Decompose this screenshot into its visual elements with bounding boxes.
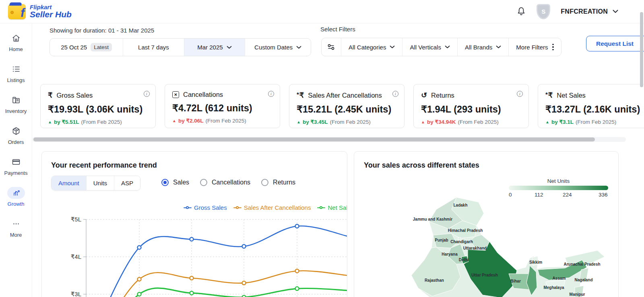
metric-card-returns[interactable]: ↺ Returns i ₹1.94L (293 units) ▲ by ₹34.… [413,84,529,128]
filter-all-brands[interactable]: All Brands [458,38,509,56]
state-label-rajasthan: Rajasthan [425,278,444,283]
metric-card-cancellations[interactable]: ✕ Cancellations i ₹4.72L (612 units) ▲ b… [165,84,280,128]
horizontal-scrollbar-track[interactable] [32,137,626,142]
state-label-delhi: Delhi [459,258,469,262]
metric-title: Returns [431,92,454,99]
return-arrow-icon: ↺ [421,91,427,100]
metric-card-net-sales[interactable]: *₹ Net Sales ₹13.27L (2.16K units) ▲ by … [538,84,644,128]
sidebar-item-payments[interactable]: Payments [2,156,31,176]
delta-up-icon: ▲ [172,119,176,123]
date-tab-last-7-days[interactable]: Last 7 days [123,39,184,56]
horizontal-scrollbar-thumb[interactable] [33,137,595,141]
metric-value: ₹4.72L (612 units) [172,102,273,114]
credit-card-icon [7,156,25,168]
radio-returns[interactable]: Returns [261,179,295,186]
chevron-down-icon [390,45,395,49]
state-label-nagaland: Nagaland [574,278,592,282]
svg-text:₹4L: ₹4L [71,253,81,260]
legend-net-sales[interactable]: Net Sales [317,204,347,211]
flipkart-wallet-icon: f [8,4,26,19]
line-chart[interactable]: ₹5L₹4L₹3L [42,215,347,297]
legend-sales-after-cancellations[interactable]: Sales After Cancellations [233,204,311,211]
state-label-manipur: Manipur [570,292,585,297]
map-legend-title: Net Units [509,178,608,184]
select-filters-label: Select Filters [320,26,355,33]
seller-badge-icon[interactable]: S [537,4,550,19]
sidebar: Home Listings Inventory Orders Payments … [0,23,32,297]
sidebar-item-growth[interactable]: Growth [2,187,31,207]
sidebar-item-more[interactable]: More [2,218,31,238]
legend-marker-icon [233,206,242,209]
state-label-punjab: Punjab [435,238,448,242]
filter-all-categories[interactable]: All Categories [341,38,402,56]
growth-chart-icon [7,187,25,199]
sidebar-item-home[interactable]: Home [2,32,31,52]
chevron-down-icon [227,46,232,49]
metric-value: ₹13.27L (2.16K units) [545,104,644,115]
request-list-button[interactable]: Request List [586,36,644,51]
legend-marker-icon [184,206,192,209]
sidebar-item-orders[interactable]: Orders [2,125,31,145]
info-icon[interactable]: i [517,91,523,97]
map-panel-title: Your sales across different states [364,161,479,170]
performance-trend-panel: Your recent performance trend Amount Uni… [41,151,347,297]
ellipsis-icon [7,218,25,230]
delta-up-icon: ▲ [545,120,549,124]
metric-card-gross-sales[interactable]: ₹ Gross Sales i ₹19.93L (3.06K units) ▲ … [40,84,156,128]
state-label-assam: Assam [553,276,566,281]
chevron-down-icon [496,45,501,49]
notification-bell-icon[interactable] [516,6,526,17]
star-rupee-icon: *₹ [545,91,553,100]
filter-all-verticals[interactable]: All Verticals [402,38,458,56]
metric-title: Gross Sales [56,92,93,99]
metric-card-sales-after-cancellations[interactable]: *₹ Sales After Cancellations i ₹15.21L (… [289,84,405,128]
metric-title: Net Sales [557,92,586,99]
inventory-shelf-icon [7,94,25,106]
filter-more-filters[interactable]: More Filters [509,38,561,56]
account-menu[interactable]: FNFCREATION [561,8,618,15]
delta-up-icon: ▲ [48,120,52,124]
state-label-jammu-kashmir: Jammu and Kashmir [413,217,452,221]
duration-label: Showing for duration: 01 - 31 Mar 2025 [50,27,154,34]
sales-by-state-panel: Your sales across different states Net U… [354,151,619,297]
filter-sliders-icon[interactable] [322,38,341,56]
date-range-control: 25 Oct 25 Latest Last 7 days Mar 2025 Cu… [50,38,311,56]
date-tab-latest[interactable]: 25 Oct 25 Latest [50,39,123,56]
metric-value: ₹19.93L (3.06K units) [48,104,149,115]
rupee-icon: ₹ [48,91,52,100]
date-tab-month[interactable]: Mar 2025 [184,39,246,56]
state-label-uttarakhand: Uttarakhand [463,246,487,250]
sidebar-item-inventory[interactable]: Inventory [2,94,31,114]
info-icon[interactable]: i [268,91,274,97]
info-icon[interactable]: i [392,91,398,97]
vertical-scrollbar-thumb[interactable] [640,12,643,87]
tab-asp[interactable]: ASP [114,176,140,190]
state-label-uttar-pradesh: Uttar Pradesh [471,273,498,277]
avatar-letter: S [541,8,545,15]
package-box-icon [7,125,25,137]
net-units-gradient-bar [509,186,608,190]
main-content: Showing for duration: 01 - 31 Mar 2025 S… [32,23,644,297]
delta-up-icon: ▲ [421,120,425,124]
date-tab-custom-dates[interactable]: Custom Dates [245,39,311,56]
box-x-icon: ✕ [172,91,179,98]
svg-text:₹5L: ₹5L [71,216,81,223]
info-icon[interactable]: i [144,91,150,97]
radio-dot [261,179,268,186]
top-bar: f Flipkart Seller Hub S FNFCREATION [0,0,644,23]
state-label-bihar: Bihar [510,279,521,283]
radio-sales[interactable]: Sales [161,179,189,186]
account-name: FNFCREATION [561,8,608,15]
delta-up-icon: ▲ [297,120,301,124]
state-label-sikkim: Sikkim [529,260,542,264]
sidebar-item-listings[interactable]: Listings [2,63,31,83]
trend-metric-tabs: Amount Units ASP [51,176,140,190]
metric-title: Sales After Cancellations [308,92,382,99]
radio-cancellations[interactable]: Cancellations [200,179,250,186]
chart-legend: Gross Sales Sales After Cancellations Ne… [184,204,347,211]
flipkart-seller-hub-logo[interactable]: f Flipkart Seller Hub [0,4,72,19]
legend-gross-sales[interactable]: Gross Sales [184,204,227,211]
tab-units[interactable]: Units [87,176,114,190]
tab-amount[interactable]: Amount [52,176,87,190]
india-choropleth-map[interactable]: LadakhJammu and KashmirHimachal PradeshP… [396,197,619,297]
